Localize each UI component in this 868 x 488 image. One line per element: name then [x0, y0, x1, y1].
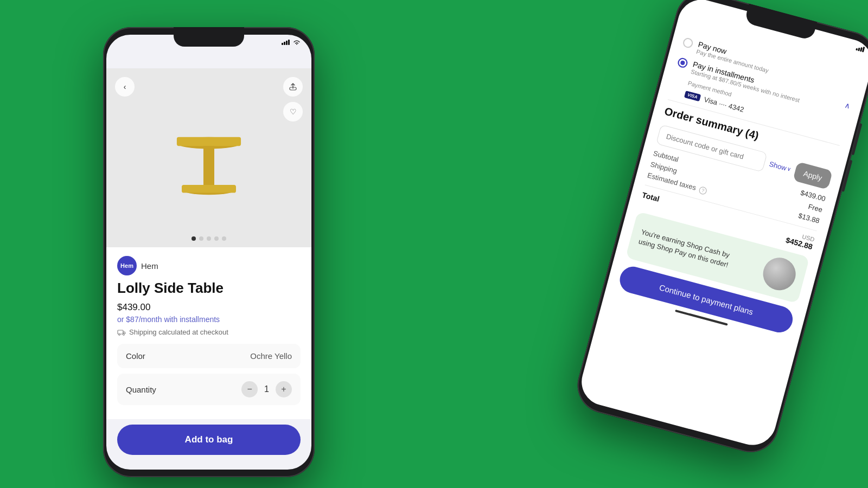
chevron-down-icon: ∨ [787, 166, 792, 172]
svg-point-8 [123, 333, 125, 335]
dot-4[interactable] [214, 236, 219, 241]
checkout-content: Pay now Pay the entire amount today Pay … [576, 7, 868, 451]
wifi-icon [293, 39, 301, 47]
svg-rect-2 [177, 137, 241, 146]
shipping-text: Shipping calculated at checkout [117, 328, 301, 336]
brand-row: Hem Hem [117, 256, 301, 275]
shop-cash-coin [760, 254, 799, 294]
phone1-device: ‹ ♡ [103, 27, 315, 477]
color-value: Ochre Yello [250, 351, 292, 361]
svg-rect-6 [118, 330, 123, 334]
dot-3[interactable] [207, 236, 211, 241]
wishlist-button[interactable]: ♡ [283, 102, 303, 121]
product-title: Lolly Side Table [117, 280, 301, 297]
shipping-label: Shipping calculated at checkout [129, 328, 228, 336]
phone2-device: Pay now Pay the entire amount today Pay … [571, 0, 868, 459]
phone2-wrapper: Pay now Pay the entire amount today Pay … [571, 0, 868, 459]
apply-button[interactable]: Apply [793, 161, 833, 189]
visa-badge: VISA [684, 91, 701, 101]
color-label: Color [126, 351, 145, 361]
dot-5[interactable] [222, 236, 226, 241]
phone2-screen: Pay now Pay the entire amount today Pay … [576, 0, 868, 450]
total-label: Total [640, 190, 661, 209]
installments-radio[interactable] [676, 57, 688, 69]
share-button[interactable] [283, 77, 303, 97]
add-to-bag-button[interactable]: Add to bag [117, 425, 301, 455]
taxes-value: $13.88 [797, 211, 821, 226]
shipping-row-value: Free [807, 202, 824, 214]
status-icons-phone2 [856, 45, 866, 54]
phone1-notch [174, 27, 244, 47]
quantity-value: 1 [264, 384, 269, 394]
back-button[interactable]: ‹ [115, 77, 135, 97]
quantity-increase-button[interactable]: + [276, 381, 292, 397]
scene: ‹ ♡ [54, 11, 814, 477]
quantity-decrease-button[interactable]: − [241, 381, 258, 397]
quantity-label: Quantity [126, 385, 156, 394]
svg-rect-5 [182, 185, 236, 193]
signal-icon-phone2 [856, 45, 866, 54]
dot-1[interactable] [192, 236, 196, 241]
brand-name: Hem [141, 261, 158, 271]
image-dots [192, 236, 226, 241]
status-icons [282, 39, 301, 47]
dot-2[interactable] [199, 236, 203, 241]
product-info: Hem Hem Lolly Side Table $439.00 or $87/… [106, 247, 311, 419]
quantity-option-row: Quantity − 1 + [117, 374, 301, 405]
product-image-area: ‹ ♡ [106, 68, 311, 247]
taxes-info-icon: ? [698, 186, 707, 195]
signal-icon [282, 40, 291, 46]
collapse-icon[interactable]: ∧ [844, 100, 852, 110]
shop-cash-text: You're earning Shop Cash by using Shop P… [637, 227, 748, 274]
svg-point-7 [119, 333, 120, 335]
product-image [160, 104, 258, 212]
color-option-row[interactable]: Color Ochre Yello [117, 344, 301, 368]
product-price: $439.00 [117, 302, 301, 313]
quantity-controls: − 1 + [241, 381, 292, 397]
pay-now-radio[interactable] [682, 37, 694, 49]
phone1-screen: ‹ ♡ [106, 35, 311, 470]
brand-avatar: Hem [117, 256, 137, 275]
show-link[interactable]: Show ∨ [768, 160, 792, 174]
svg-rect-3 [203, 146, 214, 185]
installments-text: or $87/month with installments [117, 315, 301, 324]
